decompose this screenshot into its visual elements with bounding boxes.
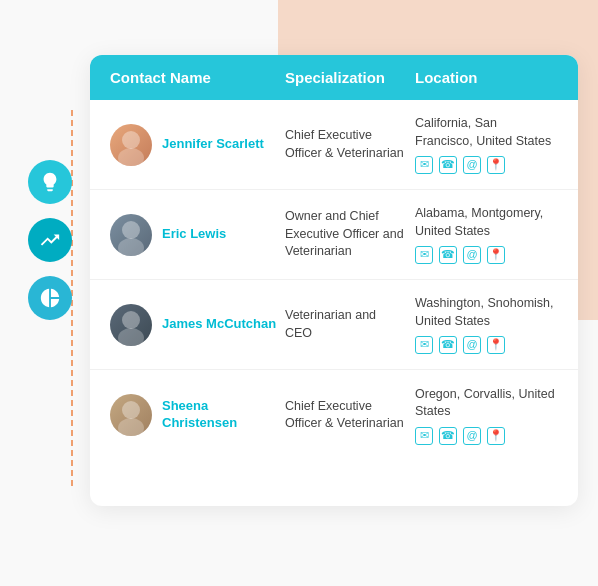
contact-cell: Eric Lewis xyxy=(110,214,285,256)
avatar xyxy=(110,124,152,166)
specialization-cell: Chief Executive Officer & Veterinarian xyxy=(285,398,415,433)
chart-icon[interactable] xyxy=(28,218,72,262)
email-icon[interactable]: ✉ xyxy=(415,156,433,174)
contact-action-icons: ✉☎@📍 xyxy=(415,427,558,445)
col-specialization: Specialization xyxy=(285,69,415,86)
contact-action-icons: ✉☎@📍 xyxy=(415,246,558,264)
phone-icon[interactable]: ☎ xyxy=(439,336,457,354)
location-icon[interactable]: 📍 xyxy=(487,427,505,445)
at-icon[interactable]: @ xyxy=(463,156,481,174)
location-text: Washington, Snohomish, United States xyxy=(415,295,558,330)
location-cell: Alabama, Montgomery, United States✉☎@📍 xyxy=(415,205,558,264)
contact-name[interactable]: Sheena Christensen xyxy=(162,398,285,432)
table-row: Jennifer ScarlettChief Executive Officer… xyxy=(90,100,578,190)
specialization-cell: Chief Executive Officer & Veterinarian xyxy=(285,127,415,162)
col-contact-name: Contact Name xyxy=(110,69,285,86)
contact-cell: Jennifer Scarlett xyxy=(110,124,285,166)
email-icon[interactable]: ✉ xyxy=(415,336,433,354)
location-cell: Oregon, Corvallis, United States✉☎@📍 xyxy=(415,386,558,445)
table-body: Jennifer ScarlettChief Executive Officer… xyxy=(90,100,578,460)
specialization-cell: Owner and Chief Executive Officer and Ve… xyxy=(285,208,415,261)
email-icon[interactable]: ✉ xyxy=(415,246,433,264)
svg-point-7 xyxy=(118,418,144,436)
email-icon[interactable]: ✉ xyxy=(415,427,433,445)
location-text: Alabama, Montgomery, United States xyxy=(415,205,558,240)
contact-cell: Sheena Christensen xyxy=(110,394,285,436)
avatar xyxy=(110,304,152,346)
col-location: Location xyxy=(415,69,558,86)
contact-cell: James McCutchan xyxy=(110,304,285,346)
contact-name[interactable]: Eric Lewis xyxy=(162,226,226,243)
svg-point-4 xyxy=(122,311,140,329)
specialization-cell: Veterinarian and CEO xyxy=(285,307,415,342)
pie-icon[interactable] xyxy=(28,276,72,320)
svg-point-0 xyxy=(122,131,140,149)
table-row: Sheena ChristensenChief Executive Office… xyxy=(90,370,578,460)
location-icon[interactable]: 📍 xyxy=(487,156,505,174)
svg-point-1 xyxy=(118,148,144,166)
lightbulb-icon[interactable] xyxy=(28,160,72,204)
sidebar xyxy=(28,160,72,320)
contact-name[interactable]: Jennifer Scarlett xyxy=(162,136,264,153)
location-text: California, San Francisco, United States xyxy=(415,115,558,150)
location-cell: Washington, Snohomish, United States✉☎@📍 xyxy=(415,295,558,354)
location-icon[interactable]: 📍 xyxy=(487,336,505,354)
contact-name[interactable]: James McCutchan xyxy=(162,316,276,333)
phone-icon[interactable]: ☎ xyxy=(439,156,457,174)
svg-point-3 xyxy=(118,238,144,256)
main-card: Contact Name Specialization Location Jen… xyxy=(90,55,578,506)
at-icon[interactable]: @ xyxy=(463,246,481,264)
table-row: James McCutchanVeterinarian and CEOWashi… xyxy=(90,280,578,370)
table-header: Contact Name Specialization Location xyxy=(90,55,578,100)
location-icon[interactable]: 📍 xyxy=(487,246,505,264)
at-icon[interactable]: @ xyxy=(463,336,481,354)
phone-icon[interactable]: ☎ xyxy=(439,427,457,445)
svg-point-6 xyxy=(122,401,140,419)
location-cell: California, San Francisco, United States… xyxy=(415,115,558,174)
avatar xyxy=(110,214,152,256)
contact-action-icons: ✉☎@📍 xyxy=(415,156,558,174)
svg-point-5 xyxy=(118,328,144,346)
location-text: Oregon, Corvallis, United States xyxy=(415,386,558,421)
svg-point-2 xyxy=(122,221,140,239)
table-row: Eric LewisOwner and Chief Executive Offi… xyxy=(90,190,578,280)
contact-action-icons: ✉☎@📍 xyxy=(415,336,558,354)
phone-icon[interactable]: ☎ xyxy=(439,246,457,264)
avatar xyxy=(110,394,152,436)
at-icon[interactable]: @ xyxy=(463,427,481,445)
